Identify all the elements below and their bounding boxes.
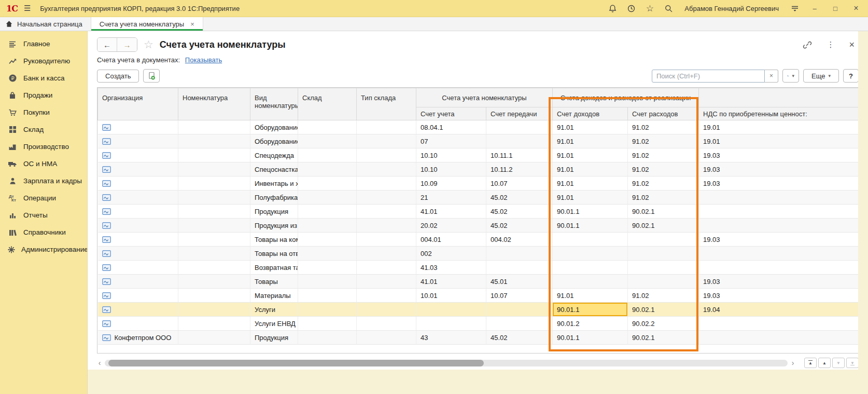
table-cell[interactable] [98, 134, 178, 148]
table-cell[interactable] [486, 317, 553, 331]
table-row[interactable]: Товары на коми...004.01004.0219.03 [98, 233, 859, 247]
table-cell[interactable] [486, 247, 553, 261]
search-input[interactable] [652, 70, 765, 83]
table-cell[interactable]: 10.07 [486, 289, 553, 303]
table-cell[interactable] [98, 148, 178, 162]
search-settings-button[interactable]: ▾ [782, 69, 799, 83]
col-header-income-account[interactable]: Счет доходов [553, 107, 628, 120]
table-cell[interactable]: 90.02.1 [628, 219, 699, 233]
scroll-right-icon[interactable]: › [790, 360, 795, 366]
table-cell[interactable] [178, 303, 250, 317]
table-cell[interactable] [298, 120, 357, 134]
table-cell[interactable]: 90.02.1 [628, 331, 699, 345]
table-cell[interactable] [178, 261, 250, 275]
table-cell[interactable]: 91.02 [628, 134, 699, 148]
table-cell[interactable] [178, 275, 250, 289]
table-cell[interactable] [298, 162, 357, 176]
add-favorite-star-icon[interactable]: ☆ [144, 39, 153, 50]
table-cell[interactable] [178, 120, 250, 134]
sidebar-item-proizvodstvo[interactable]: Производство [0, 138, 87, 155]
table-cell[interactable] [357, 148, 416, 162]
table-cell[interactable]: Возвратная тара [250, 261, 298, 275]
table-cell[interactable] [357, 120, 416, 134]
table-cell[interactable] [357, 275, 416, 289]
table-cell[interactable] [357, 261, 416, 275]
table-cell[interactable]: Товары на отве... [250, 247, 298, 261]
table-cell[interactable] [298, 317, 357, 331]
table-cell[interactable]: 07 [416, 134, 486, 148]
table-cell[interactable] [553, 233, 628, 247]
sidebar-item-os-i-nma[interactable]: ОС и НМА [0, 155, 87, 172]
sidebar-item-glavnoe[interactable]: Главное [0, 35, 87, 52]
table-cell[interactable]: Услуги ЕНВД [250, 317, 298, 331]
table-row[interactable]: Продукция41.0145.0290.01.190.02.1 [98, 205, 859, 219]
table-row[interactable]: Инвентарь и хо...10.0910.0791.0191.0219.… [98, 176, 859, 191]
table-cell[interactable]: 91.01 [553, 289, 628, 303]
table-row[interactable]: Конфетпром ОООПродукция4345.0290.01.190.… [98, 331, 859, 345]
table-cell[interactable]: 20.02 [416, 219, 486, 233]
table-cell[interactable] [178, 233, 250, 247]
table-row[interactable]: Возвратная тара41.03 [98, 261, 859, 275]
table-cell[interactable]: 90.02.1 [628, 303, 699, 317]
table-cell[interactable] [298, 247, 357, 261]
service-menu-icon[interactable] [790, 4, 800, 13]
table-cell[interactable] [98, 275, 178, 289]
table-cell[interactable]: 41.03 [416, 261, 486, 275]
table-cell[interactable] [357, 233, 416, 247]
scrollbar-thumb[interactable] [108, 360, 484, 366]
sidebar-item-otchety[interactable]: Отчеты [0, 207, 87, 224]
table-cell[interactable]: Конфетпром ООО [98, 331, 178, 345]
table-cell[interactable] [298, 148, 357, 162]
table-cell[interactable]: 10.11.2 [486, 162, 553, 176]
table-cell[interactable]: 91.02 [628, 162, 699, 176]
sidebar-item-sklad[interactable]: Склад [0, 121, 87, 138]
table-cell[interactable] [357, 303, 416, 317]
table-cell[interactable] [298, 275, 357, 289]
table-cell[interactable] [98, 247, 178, 261]
table-cell[interactable]: 10.10 [416, 148, 486, 162]
minimize-button[interactable]: – [809, 5, 820, 12]
table-cell[interactable]: 91.01 [553, 191, 628, 205]
table-row[interactable]: Спецоснастка10.1010.11.291.0191.0219.03 [98, 162, 859, 176]
search-clear-button[interactable]: × [765, 70, 778, 83]
scroll-left-icon[interactable]: ‹ [97, 360, 102, 366]
table-cell[interactable] [178, 162, 250, 176]
table-cell[interactable]: 41.01 [416, 205, 486, 219]
go-prev-row-button[interactable]: ▲ [818, 358, 831, 368]
favorites-star-icon[interactable]: ☆ [645, 4, 654, 13]
table-cell[interactable] [357, 219, 416, 233]
table-cell[interactable] [298, 134, 357, 148]
sidebar-item-pokupki[interactable]: Покупки [0, 104, 87, 121]
table-cell[interactable] [178, 205, 250, 219]
table-cell[interactable]: 004.02 [486, 233, 553, 247]
col-header-nomenclature[interactable]: Номенклатура [178, 88, 250, 120]
scrollbar-track[interactable] [105, 360, 788, 366]
more-actions-button[interactable]: Еще ▾ [803, 69, 839, 83]
table-cell[interactable]: 91.02 [628, 176, 699, 191]
table-cell[interactable] [98, 261, 178, 275]
history-icon[interactable] [626, 4, 636, 13]
table-cell[interactable] [357, 176, 416, 191]
table-cell[interactable]: 10.01 [416, 289, 486, 303]
col-header-warehouse[interactable]: Склад [298, 88, 357, 120]
table-cell[interactable] [298, 331, 357, 345]
table-cell[interactable]: 90.01.1 [553, 205, 628, 219]
notifications-bell-icon[interactable] [608, 4, 617, 13]
create-group-button[interactable] [143, 69, 160, 83]
table-cell[interactable]: 19.03 [699, 176, 859, 191]
table-cell[interactable] [416, 303, 486, 317]
global-search-icon[interactable] [664, 4, 673, 13]
table-cell[interactable]: 19.01 [699, 134, 859, 148]
table-cell[interactable]: 002 [416, 247, 486, 261]
table-cell[interactable] [98, 205, 178, 219]
table-cell[interactable] [178, 176, 250, 191]
table-row[interactable]: Услуги90.01.190.02.119.04 [98, 303, 859, 317]
table-cell[interactable]: 45.02 [486, 219, 553, 233]
table-row[interactable]: Услуги ЕНВД90.01.290.02.2 [98, 317, 859, 331]
table-cell[interactable] [699, 205, 859, 219]
sidebar-item-bank-i-kassa[interactable]: ₽ Банк и касса [0, 70, 87, 87]
more-menu-dots-icon[interactable]: ⋮ [827, 40, 834, 49]
table-cell[interactable]: 91.01 [553, 148, 628, 162]
table-cell[interactable] [98, 303, 178, 317]
table-cell[interactable]: 10.07 [486, 176, 553, 191]
